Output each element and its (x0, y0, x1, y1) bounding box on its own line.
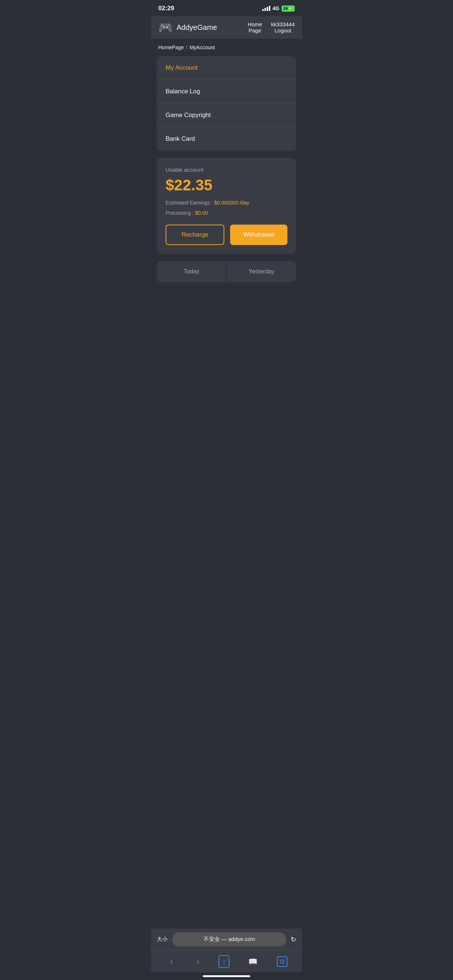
earnings-unit: /day (239, 200, 249, 205)
breadcrumb-separator: / (186, 45, 187, 50)
account-menu-card: My Account Balance Log Game Copyright Ba… (157, 56, 296, 151)
balance-card: Usable account $22.35 Estimated Earnings… (157, 158, 296, 254)
processing-label: Processing : (166, 210, 194, 216)
status-bar: 02:29 4G 24⚡ (151, 0, 302, 16)
signal-bar-1 (262, 9, 264, 11)
breadcrumb-current: MyAccount (190, 45, 215, 50)
processing-row: Processing : $0.00 (166, 210, 287, 216)
refresh-icon[interactable]: ↻ (291, 935, 296, 943)
home-indicator (151, 972, 302, 980)
logo-area: 🎮 AddyeGame (158, 21, 217, 34)
tabs-button[interactable]: ⧉ (277, 956, 287, 967)
recharge-button[interactable]: Recharge (166, 224, 224, 245)
browser-url-text: 不安全 — addye.com (204, 936, 255, 943)
browser-bar: 大小 不安全 — addye.com ↻ (151, 929, 302, 950)
breadcrumb: HomePage / MyAccount (151, 39, 302, 56)
status-right-icons: 4G 24⚡ (262, 5, 295, 12)
forward-button[interactable]: › (192, 955, 204, 968)
main-content: My Account Balance Log Game Copyright Ba… (151, 56, 302, 921)
signal-bar-4 (269, 6, 270, 11)
bookmarks-button[interactable]: 📖 (244, 956, 262, 967)
signal-bar-2 (265, 8, 266, 11)
back-button[interactable]: ‹ (166, 955, 177, 968)
tab-today[interactable]: Today (157, 261, 227, 282)
menu-item-game-copyright[interactable]: Game Copyright (157, 103, 296, 127)
menu-item-bank-card[interactable]: Bank Card (157, 127, 296, 151)
signal-icon (262, 6, 270, 11)
usable-label: Usable account (166, 167, 287, 173)
earnings-row: Estimated Earnings : $0.000000 /day (166, 200, 287, 205)
breadcrumb-home[interactable]: HomePage (158, 45, 184, 50)
gamepad-icon: 🎮 (158, 21, 173, 34)
share-button[interactable]: ↑ (219, 955, 230, 968)
action-buttons: Recharge Withdrawal (166, 224, 287, 245)
balance-amount: $22.35 (166, 177, 287, 194)
browser-url-bar[interactable]: 不安全 — addye.com (172, 932, 286, 947)
tab-yesterday[interactable]: Yesterday (227, 261, 296, 282)
signal-bar-3 (266, 7, 268, 11)
menu-item-my-account[interactable]: My Account (157, 56, 296, 80)
menu-item-balance-log[interactable]: Balance Log (157, 80, 296, 103)
bottom-nav: ‹ › ↑ 📖 ⧉ (151, 950, 302, 972)
logo-text: AddyeGame (177, 23, 217, 32)
battery-indicator: 24⚡ (282, 5, 295, 12)
earnings-label: Estimated Earnings : (166, 200, 213, 205)
header: 🎮 AddyeGame Home Page kk333444 Logout (151, 16, 302, 39)
status-time: 02:29 (158, 5, 174, 12)
home-bar (203, 975, 250, 977)
network-type: 4G (273, 5, 279, 11)
withdrawal-button[interactable]: Withdrawal (230, 224, 287, 245)
nav-links: Home Page kk333444 Logout (248, 21, 295, 33)
earnings-value: $0.000000 (214, 200, 238, 205)
date-tabs: Today Yesterday (157, 261, 296, 282)
user-menu[interactable]: kk333444 Logout (271, 21, 295, 33)
browser-size-text: 大小 (157, 936, 168, 943)
processing-value: $0.00 (195, 210, 208, 216)
home-page-link[interactable]: Home Page (248, 21, 262, 33)
